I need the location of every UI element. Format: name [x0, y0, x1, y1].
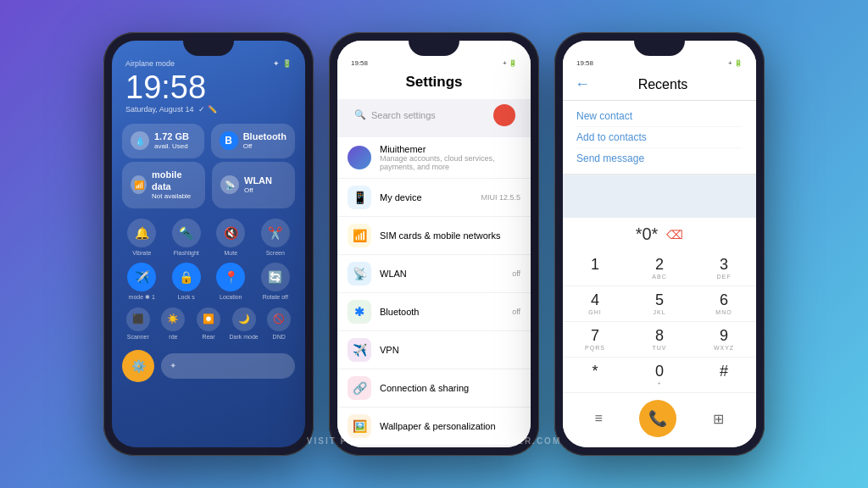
settings-item-my-device[interactable]: 📱 My device MIUI 12.5.5 — [337, 179, 531, 217]
back-button[interactable]: ← — [575, 75, 590, 93]
wifi-icon: 📡 — [220, 175, 239, 194]
device-icon: 📱 — [348, 186, 371, 209]
keypad-grid-button[interactable]: ⊞ — [713, 411, 724, 427]
phone-dialer: 19:58 + 🔋 ← Recents New contact Add to c… — [554, 32, 765, 456]
vibrate-button[interactable]: 🔔 Vibrate — [122, 219, 162, 256]
bluetooth-widget[interactable]: B Bluetooth Off — [211, 124, 295, 158]
settings-home-button[interactable]: ⚙️ — [122, 350, 154, 382]
search-bar[interactable]: 🔍 Search settings — [346, 104, 522, 125]
key-8[interactable]: 8 TUV — [627, 322, 692, 358]
mute-button[interactable]: 🔇 Mute — [211, 219, 251, 256]
settings-item-vpn[interactable]: ✈️ VPN — [337, 331, 531, 369]
settings-item-connection[interactable]: 🔗 Connection & sharing — [337, 369, 531, 408]
recents-menu: New contact Add to contacts Send message — [563, 101, 756, 175]
rde-icon: ☀️ — [161, 308, 185, 331]
dialer-bottom: ≡ 📞 ⊞ — [563, 393, 756, 447]
key-hash[interactable]: # — [692, 358, 756, 393]
airplane-button[interactable]: ✈️ mode ✱ 1 — [122, 263, 162, 301]
airplane-label: Airplane mode — [125, 59, 175, 68]
widget-row2: 📶 mobile data Not available 📡 WLAN Off — [112, 162, 305, 215]
clock-date: Saturday, August 14 ✓ ✏️ — [112, 103, 305, 120]
recents-title: Recents — [598, 77, 727, 92]
quick-icons-row3: ⬛ Scanner ☀️ rde ⏺️ Rear 🌙 Dark mode 🚫 D… — [112, 304, 305, 343]
notch — [409, 41, 459, 56]
dialer-display: *0* ⌫ — [563, 218, 756, 251]
search-bar[interactable]: ✦ — [161, 353, 295, 379]
signal-icon: 📶 — [131, 175, 147, 194]
location-icon: 📍 — [216, 263, 245, 291]
settings-item-wlan[interactable]: 📡 WLAN off — [337, 255, 531, 293]
add-to-contacts-action[interactable]: Add to contacts — [576, 127, 743, 148]
call-button[interactable]: 📞 — [639, 400, 676, 437]
widget-row: 💧 1.72 GB avail. Used B Bluetooth Off — [112, 120, 305, 165]
dnd-button[interactable]: 🚫 DND — [263, 308, 295, 340]
send-message-action[interactable]: Send message — [576, 148, 743, 169]
lock-button[interactable]: 🔒 Lock s — [167, 263, 207, 301]
user-avatar — [493, 104, 515, 126]
settings-item-lock[interactable]: 🔒 Always-on display & Lock screen — [337, 446, 531, 447]
miui-account-item[interactable]: Miuithemer Manage accounts, cloud servic… — [337, 137, 531, 179]
rear-button[interactable]: ⏺️ Rear — [192, 308, 225, 340]
dark-mode-button[interactable]: 🌙 Dark mode — [228, 308, 260, 340]
bluetooth-icon: B — [220, 131, 238, 150]
quick-icons-row2: ✈️ mode ✱ 1 🔒 Lock s 📍 Location 🔄 Rotate… — [112, 259, 305, 304]
rotate-button[interactable]: 🔄 Rotate off — [256, 263, 296, 301]
water-icon: 💧 — [131, 131, 149, 150]
search-placeholder: Search settings — [371, 110, 436, 120]
lock-icon: 🔒 — [172, 263, 201, 291]
search-icon: 🔍 — [354, 109, 366, 120]
key-1[interactable]: 1 — [563, 251, 627, 286]
key-4[interactable]: 4 GHI — [563, 286, 627, 322]
dialed-number: *0* — [636, 225, 659, 244]
dark-mode-icon: 🌙 — [232, 308, 256, 331]
screenshot-icon: ✂️ — [261, 219, 290, 247]
notch — [634, 41, 685, 56]
location-button[interactable]: 📍 Location — [211, 263, 251, 301]
settings-list: Miuithemer Manage accounts, cloud servic… — [337, 130, 531, 447]
scanner-icon: ⬛ — [126, 308, 150, 331]
screenshot-button[interactable]: ✂️ Screen — [256, 219, 296, 256]
status-icons: + 🔋 — [728, 59, 743, 67]
storage-widget[interactable]: 💧 1.72 GB avail. Used — [122, 124, 204, 158]
settings-item-sim[interactable]: 📶 SIM cards & mobile networks — [337, 217, 531, 255]
vpn-icon: ✈️ — [348, 338, 371, 362]
connection-icon: 🔗 — [348, 376, 371, 400]
key-2[interactable]: 2 ABC — [627, 251, 692, 286]
key-7[interactable]: 7 PQRS — [563, 322, 627, 358]
key-star[interactable]: * — [563, 358, 627, 393]
dialer-screen: 19:58 + 🔋 ← Recents New contact Add to c… — [563, 41, 756, 447]
dnd-icon: 🚫 — [267, 308, 291, 331]
rde-button[interactable]: ☀️ rde — [158, 308, 190, 340]
key-9[interactable]: 9 WXYZ — [692, 322, 756, 358]
key-5[interactable]: 5 JKL — [627, 286, 692, 322]
phone-control-center: Airplane mode ✦ 🔋 19:58 Saturday, August… — [103, 32, 314, 456]
flashlight-icon: 🔦 — [172, 219, 201, 247]
status-icons: ✦ 🔋 — [273, 59, 292, 68]
bluetooth-icon: ✱ — [348, 300, 371, 324]
wallpaper-icon: 🖼️ — [348, 414, 371, 438]
dialer-spacer — [563, 175, 756, 218]
status-time: 19:58 — [576, 59, 593, 67]
delete-icon[interactable]: ⌫ — [666, 228, 683, 241]
new-contact-action[interactable]: New contact — [576, 106, 743, 127]
call-icon: 📞 — [648, 409, 667, 428]
scanner-button[interactable]: ⬛ Scanner — [122, 308, 154, 340]
notch — [183, 41, 234, 56]
airplane-icon: ✈️ — [127, 263, 156, 291]
settings-item-bluetooth[interactable]: ✱ Bluetooth off — [337, 293, 531, 331]
key-3[interactable]: 3 DEF — [692, 251, 756, 286]
key-6[interactable]: 6 MNO — [692, 286, 756, 322]
wlan-icon: 📡 — [348, 262, 371, 286]
clock-time: 19:58 — [112, 71, 305, 103]
mute-icon: 🔇 — [216, 219, 245, 247]
settings-screen: 19:58 + 🔋 Settings 🔍 Search settings Miu… — [337, 41, 531, 447]
miui-name: Miuithemer — [380, 144, 520, 154]
mobile-data-widget[interactable]: 📶 mobile data Not available — [122, 162, 205, 208]
wlan-widget[interactable]: 📡 WLAN Off — [212, 162, 295, 208]
menu-button[interactable]: ≡ — [595, 411, 603, 426]
vibrate-icon: 🔔 — [127, 219, 156, 247]
key-0[interactable]: 0 + — [627, 358, 692, 393]
status-time: 19:58 — [351, 59, 368, 67]
user-avatar — [348, 146, 371, 169]
flashlight-button[interactable]: 🔦 Flashlight — [167, 219, 207, 256]
